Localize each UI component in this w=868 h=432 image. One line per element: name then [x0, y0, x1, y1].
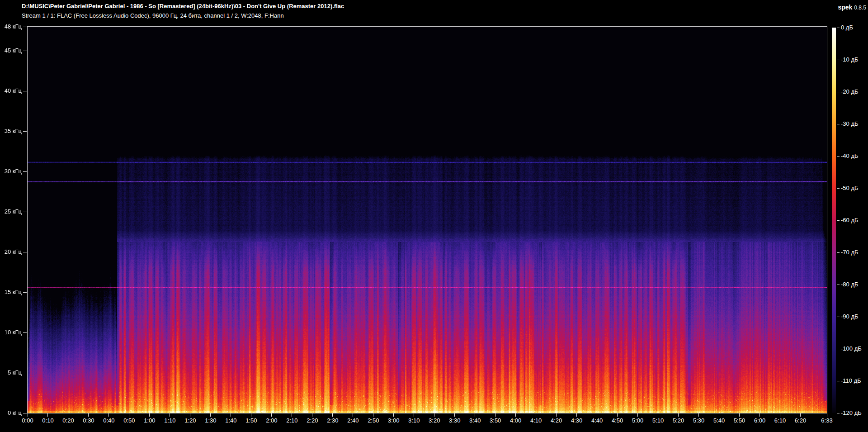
time-tick-label: 1:30: [201, 417, 221, 424]
db-tick: [837, 124, 840, 124]
time-tick-label: 0:00: [18, 417, 38, 424]
time-tick: [637, 413, 638, 417]
time-tick-label: 3:00: [384, 417, 404, 424]
freq-tick-label: 45 кГц: [0, 47, 22, 54]
time-tick-label: 2:00: [262, 417, 282, 424]
time-tick: [292, 413, 292, 417]
freq-tick: [23, 131, 27, 132]
time-tick-label: 5:00: [628, 417, 648, 424]
stream-info: Stream 1 / 1: FLAC (Free Lossless Audio …: [22, 12, 284, 19]
time-tick: [454, 413, 455, 417]
freq-tick: [23, 212, 27, 212]
db-tick-label: -90 дБ: [841, 313, 868, 320]
time-tick: [190, 413, 190, 417]
time-tick: [739, 413, 740, 417]
db-tick-label: -30 дБ: [841, 120, 868, 128]
time-tick-label: 4:00: [506, 417, 526, 424]
time-tick-label: 0:30: [79, 417, 99, 424]
time-tick: [827, 413, 827, 417]
time-tick-label: 4:20: [547, 417, 566, 424]
db-tick: [837, 220, 840, 221]
db-tick-label: -40 дБ: [841, 152, 868, 160]
time-tick-label: 2:10: [282, 417, 302, 424]
freq-tick: [23, 27, 27, 27]
time-tick: [515, 413, 516, 417]
app-name: spek: [838, 4, 852, 11]
db-tick: [837, 317, 840, 317]
db-tick: [837, 413, 840, 413]
time-tick-label: 5:30: [689, 417, 709, 424]
time-tick-label: 0:20: [58, 417, 78, 424]
db-tick: [837, 252, 840, 253]
time-tick-label: 6:00: [750, 417, 770, 424]
db-tick-label: -10 дБ: [841, 56, 868, 63]
time-tick: [251, 413, 251, 417]
time-tick-label: 6:10: [770, 417, 790, 424]
time-tick: [536, 413, 536, 417]
time-tick: [68, 413, 68, 417]
db-tick: [837, 188, 840, 189]
time-tick-label: 1:00: [140, 417, 160, 424]
freq-tick-label: 0 кГц: [0, 409, 22, 417]
freq-tick-label: 5 кГц: [0, 369, 22, 376]
time-tick: [576, 413, 577, 417]
time-tick: [658, 413, 658, 417]
time-tick: [353, 413, 353, 417]
db-tick-label: -110 дБ: [841, 377, 868, 385]
time-tick-label: 0:40: [99, 417, 119, 424]
time-tick: [698, 413, 699, 417]
db-tick-label: -100 дБ: [841, 345, 868, 352]
time-tick-label: 5:40: [709, 417, 729, 424]
time-tick-label: 4:40: [587, 417, 607, 424]
time-tick-label: 5:10: [648, 417, 668, 424]
time-tick: [475, 413, 475, 417]
time-tick: [434, 413, 434, 417]
time-tick: [495, 413, 495, 417]
time-tick-label: 3:30: [445, 417, 465, 424]
time-tick-label: 1:50: [241, 417, 261, 424]
db-tick-label: -50 дБ: [841, 185, 868, 192]
freq-tick-label: 40 кГц: [0, 87, 22, 95]
time-tick: [556, 413, 557, 417]
time-tick: [210, 413, 211, 417]
time-tick: [414, 413, 414, 417]
time-tick: [47, 413, 48, 417]
freq-tick: [23, 51, 27, 51]
spectrogram-canvas: [28, 27, 827, 413]
db-tick-label: -70 дБ: [841, 249, 868, 256]
app-version-badge: spek0.8.5: [838, 3, 866, 11]
db-tick: [837, 28, 840, 28]
time-tick-label: 4:10: [526, 417, 546, 424]
time-tick: [88, 413, 89, 417]
time-tick-label: 4:30: [567, 417, 587, 424]
db-tick: [837, 60, 840, 60]
colorbar: [832, 28, 836, 413]
freq-tick-label: 15 кГц: [0, 289, 22, 296]
freq-tick: [23, 252, 27, 252]
time-tick-label: 6:33: [817, 417, 837, 424]
db-tick-label: -60 дБ: [841, 217, 868, 224]
freq-tick-label: 10 кГц: [0, 329, 22, 336]
time-tick-label: 2:20: [302, 417, 322, 424]
time-tick: [170, 413, 170, 417]
time-tick-label: 3:50: [486, 417, 505, 424]
time-tick: [678, 413, 679, 417]
freq-tick: [23, 373, 27, 373]
time-tick: [231, 413, 231, 417]
db-tick: [837, 381, 840, 381]
time-tick: [129, 413, 129, 417]
time-tick-label: 1:20: [180, 417, 200, 424]
time-tick: [332, 413, 333, 417]
time-tick: [800, 413, 801, 417]
time-tick: [108, 413, 109, 417]
db-tick-label: -120 дБ: [841, 409, 868, 417]
time-tick: [393, 413, 394, 417]
freq-tick: [23, 332, 27, 333]
time-tick: [617, 413, 618, 417]
time-tick: [28, 413, 28, 417]
time-tick: [149, 413, 150, 417]
freq-tick-label: 30 кГц: [0, 168, 22, 175]
freq-tick: [23, 413, 27, 413]
time-tick: [373, 413, 373, 417]
time-tick: [780, 413, 780, 417]
